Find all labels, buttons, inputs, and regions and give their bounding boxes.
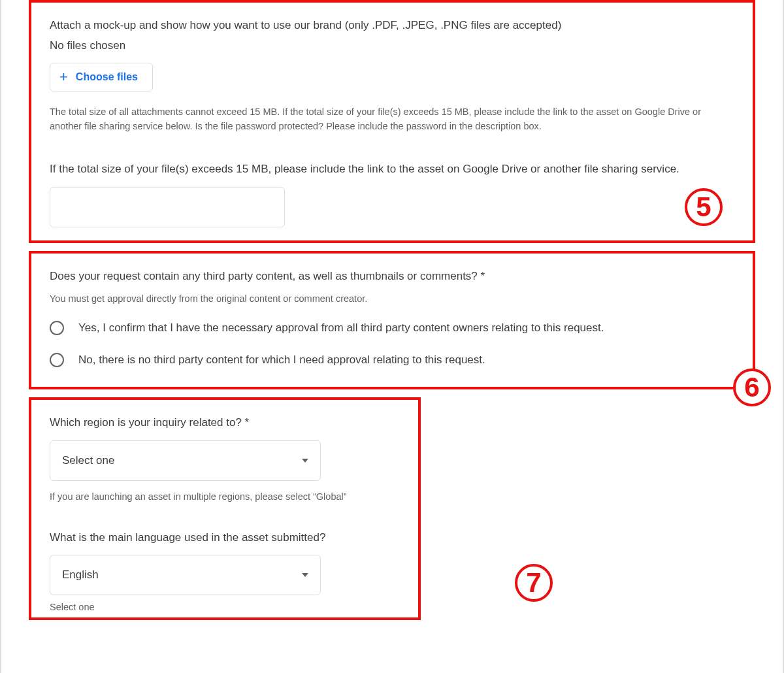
attach-label: Attach a mock-up and show how you want t… — [50, 17, 734, 34]
third-party-sub-helper: You must get approval directly from the … — [50, 293, 734, 304]
section-third-party-content: Does your request contain any third part… — [29, 251, 755, 389]
section-region-language: Which region is your inquiry related to?… — [29, 397, 421, 620]
attachment-helper-text: The total size of all attachments cannot… — [50, 105, 734, 134]
region-question: Which region is your inquiry related to?… — [50, 414, 400, 431]
language-select-value: English — [62, 568, 99, 582]
form-container: Attach a mock-up and show how you want t… — [0, 0, 784, 673]
plus-icon: + — [59, 70, 68, 84]
annotation-badge-7: 7 — [515, 564, 553, 602]
file-link-input[interactable] — [50, 187, 285, 227]
annotation-badge-5: 5 — [685, 188, 723, 226]
no-files-text: No files chosen — [50, 39, 734, 52]
choose-files-label: Choose files — [76, 71, 138, 83]
annotation-badge-6: 6 — [733, 369, 771, 406]
language-helper-text: Select one — [50, 602, 400, 612]
link-label: If the total size of your file(s) exceed… — [50, 161, 734, 178]
chevron-down-icon — [302, 573, 308, 577]
region-select[interactable]: Select one — [50, 440, 321, 481]
choose-files-button[interactable]: + Choose files — [50, 63, 153, 91]
radio-option-no[interactable]: No, there is no third party content for … — [50, 352, 734, 369]
language-question: What is the main language used in the as… — [50, 529, 400, 546]
language-select[interactable]: English — [50, 555, 321, 595]
radio-label-no: No, there is no third party content for … — [78, 352, 485, 369]
third-party-question: Does your request contain any third part… — [50, 268, 734, 285]
region-select-value: Select one — [62, 454, 114, 467]
region-helper-text: If you are launching an asset in multipl… — [50, 491, 400, 502]
chevron-down-icon — [302, 459, 308, 463]
radio-circle-icon[interactable] — [50, 353, 64, 367]
radio-circle-icon[interactable] — [50, 321, 64, 335]
section-attach-mockup: Attach a mock-up and show how you want t… — [29, 0, 755, 243]
radio-option-yes[interactable]: Yes, I confirm that I have the necessary… — [50, 320, 734, 336]
radio-label-yes: Yes, I confirm that I have the necessary… — [78, 320, 604, 336]
